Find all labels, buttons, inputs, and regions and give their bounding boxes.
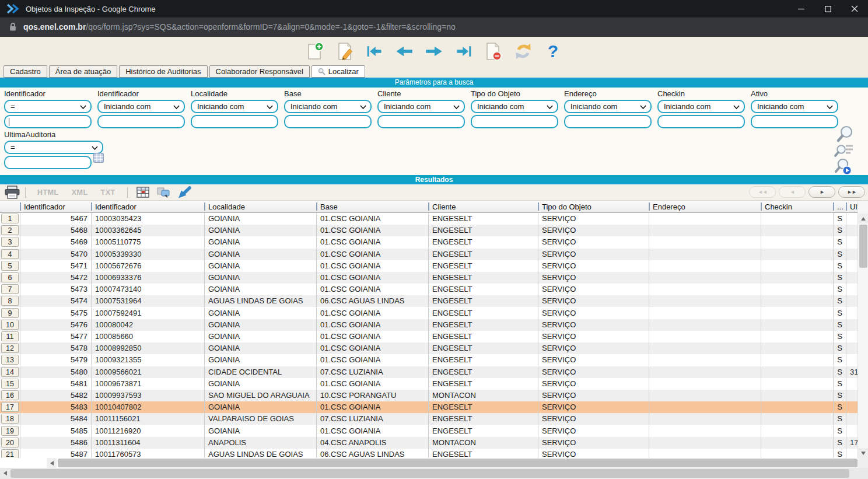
row-number[interactable]: 14	[1, 367, 19, 377]
param-input-base-3[interactable]	[284, 115, 372, 128]
param-input-tipo-do-objeto-5[interactable]	[471, 115, 558, 128]
table-row[interactable]: 13547910009321355GOIANIA01.CSC GOIANIAEN…	[0, 354, 858, 366]
url-bar[interactable]: qos.enel.com.br/qos/form.jsp?sys=SQS&act…	[0, 18, 868, 37]
lock-icon[interactable]	[9, 22, 16, 32]
table-horizontal-scrollbar[interactable]	[0, 458, 858, 468]
table-row[interactable]: 5547110005672676GOIANIA01.CSC GOIANIAENG…	[0, 260, 858, 272]
help-button[interactable]: ?	[543, 41, 563, 61]
row-number[interactable]: 11	[1, 331, 19, 341]
maximize-button[interactable]	[814, 0, 841, 18]
param-operator-base-3[interactable]: Iniciando com	[284, 100, 372, 113]
table-row[interactable]: 105476100080042GOIANIA01.CSC GOIANIAENGE…	[0, 319, 858, 331]
column-header-cliente-5[interactable]: Cliente	[428, 201, 538, 213]
row-number[interactable]: 19	[1, 426, 19, 436]
table-row[interactable]: 19548510011216920GOIANIA01.CSC GOIANIAEN…	[0, 425, 858, 437]
param-operator-identificador-1[interactable]: Iniciando com	[97, 100, 185, 113]
page-scroll-thumb[interactable]	[10, 469, 849, 478]
tab-hist-rico-de-auditorias[interactable]: Histórico de Auditorias	[119, 65, 207, 78]
row-number[interactable]: 3	[1, 237, 19, 247]
column-header-endere-o-7[interactable]: Endereço	[649, 201, 761, 213]
table-row[interactable]: 3546910005110775GOIANIA01.CSC GOIANIAENG…	[0, 236, 858, 248]
delete-record-button[interactable]	[484, 41, 503, 61]
row-number[interactable]: 2	[1, 225, 19, 235]
export-xml-button[interactable]: XML	[65, 188, 94, 197]
row-number[interactable]: 17	[1, 402, 19, 412]
table-row[interactable]: 115477100085660GOIANIA01.CSC GOIANIAENGE…	[0, 331, 858, 342]
param-input-endere-o-6[interactable]	[564, 115, 652, 128]
first-record-button[interactable]	[365, 41, 384, 61]
column-header-rownum-0[interactable]	[0, 201, 20, 213]
row-number[interactable]: 12	[1, 343, 19, 353]
export-txt-button[interactable]: TXT	[94, 188, 122, 197]
param-operator-ultimaauditoria[interactable]: =	[4, 141, 103, 154]
param-operator-tipo-do-objeto-5[interactable]: Iniciando com	[471, 100, 558, 113]
row-number[interactable]: 5	[1, 261, 19, 271]
minimize-button[interactable]	[788, 0, 814, 18]
column-header-base-4[interactable]: Base	[316, 201, 428, 213]
close-button[interactable]	[841, 0, 868, 18]
refresh-button[interactable]	[513, 41, 533, 61]
row-number[interactable]: 20	[1, 438, 19, 447]
row-number[interactable]: 6	[1, 272, 19, 282]
table-row[interactable]: 1546710003035423GOIANIA01.CSC GOIANIAENG…	[0, 213, 858, 225]
column-header-ult-10[interactable]: Ult	[846, 201, 858, 213]
row-number[interactable]: 4	[1, 249, 19, 259]
first-page-button[interactable]: ◄◄	[749, 186, 776, 198]
column-header--9[interactable]: ...	[833, 201, 846, 213]
previous-record-button[interactable]	[394, 41, 414, 61]
param-operator-cliente-4[interactable]: Iniciando com	[377, 100, 465, 113]
param-input-identificador-0[interactable]	[4, 115, 92, 128]
page-scroll-left-button[interactable]	[0, 468, 10, 478]
table-row[interactable]: 14548010009566021CIDADE OCIDENTAL07.CSC …	[0, 366, 858, 378]
row-number[interactable]: 16	[1, 390, 19, 400]
next-page-button[interactable]: ►	[808, 186, 835, 198]
column-header-identificador-2[interactable]: Identificador	[91, 201, 204, 213]
tab-localizar[interactable]: Localizar	[312, 65, 365, 78]
print-button[interactable]	[5, 186, 20, 200]
vertical-scrollbar[interactable]	[858, 201, 868, 458]
param-operator-checkin-7[interactable]: Iniciando com	[657, 100, 745, 113]
row-number[interactable]: 1	[1, 214, 19, 223]
row-number[interactable]: 13	[1, 355, 19, 365]
export-html-button[interactable]: HTML	[31, 188, 65, 197]
scroll-left-button[interactable]	[47, 458, 57, 468]
last-page-button[interactable]: ►►	[838, 186, 865, 198]
row-number[interactable]: 18	[1, 414, 19, 424]
layout-button[interactable]	[156, 187, 170, 198]
scroll-down-button[interactable]	[858, 448, 868, 458]
table-row[interactable]: 2546810003362645GOIANIA01.CSC GOIANIAENG…	[0, 225, 858, 236]
row-number[interactable]: 7	[1, 284, 19, 294]
row-number[interactable]: 10	[1, 320, 19, 330]
row-number[interactable]: 8	[1, 296, 19, 306]
search-button[interactable]	[835, 125, 854, 146]
previous-page-button[interactable]: ◄	[779, 186, 806, 198]
next-record-button[interactable]	[424, 41, 444, 61]
param-operator-identificador-0[interactable]: =	[4, 100, 92, 113]
column-header-tipo-do-objeto-6[interactable]: Tipo do Objeto	[538, 201, 649, 213]
import-arrow-button[interactable]	[177, 186, 191, 199]
param-input-cliente-4[interactable]	[377, 115, 465, 128]
vertical-scroll-thumb[interactable]	[859, 225, 867, 268]
table-row[interactable]: 7547310007473140GOIANIA01.CSC GOIANIAENG…	[0, 284, 858, 295]
tab-colaborador-respons-vel[interactable]: Colaborador Responsável	[209, 65, 310, 78]
table-row[interactable]: 20548610011311604ANAPOLIS04.CSC ANAPOLIS…	[0, 437, 858, 449]
new-record-button[interactable]	[305, 41, 325, 61]
table-scroll-thumb[interactable]	[58, 459, 858, 467]
row-number[interactable]: 9	[1, 308, 19, 318]
column-header-checkin-8[interactable]: Checkin	[761, 201, 833, 213]
table-row[interactable]: 17548310010407802GOIANIA01.CSC GOIANIAEN…	[0, 401, 858, 413]
param-input-ultimaauditoria[interactable]	[4, 156, 92, 169]
row-number[interactable]: 21	[1, 449, 19, 458]
table-row[interactable]: 8547410007531964AGUAS LINDAS DE GOIAS06.…	[0, 295, 858, 307]
grid-view-button[interactable]	[136, 187, 149, 198]
table-row[interactable]: 21548710011760573AGUAS LINDAS DE GOIAS06…	[0, 449, 858, 458]
table-row[interactable]: 16548210009937593SAO MIGUEL DO ARAGUAIA1…	[0, 390, 858, 401]
column-header-localidade-3[interactable]: Localidade	[204, 201, 316, 213]
edit-record-button[interactable]	[335, 41, 355, 61]
scroll-up-button[interactable]	[858, 214, 868, 223]
column-header-identificador-1[interactable]: Identificador	[20, 201, 91, 213]
param-input-localidade-2[interactable]	[191, 115, 278, 128]
last-record-button[interactable]	[454, 41, 474, 61]
param-input-checkin-7[interactable]	[657, 115, 745, 128]
tab-cadastro[interactable]: Cadastro	[4, 65, 47, 78]
